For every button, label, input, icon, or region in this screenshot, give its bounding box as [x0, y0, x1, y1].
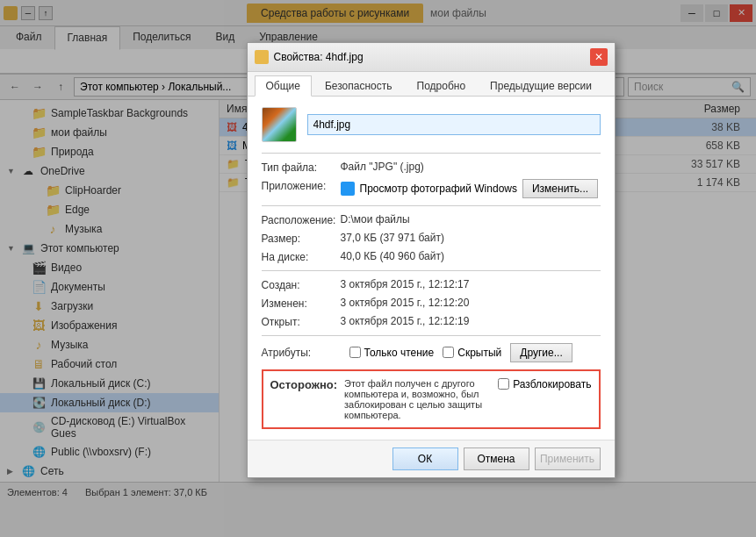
app-icon — [341, 182, 355, 196]
opened-value: 3 октября 2015 г., 12:12:19 — [341, 315, 601, 327]
dialog-footer: ОК Отмена Применить — [248, 440, 615, 477]
dialog-body: Тип файла: Файл "JPG" (.jpg) Приложение:… — [248, 97, 615, 440]
readonly-label: Только чтение — [364, 347, 435, 359]
dialog-tab-security[interactable]: Безопасность — [313, 75, 404, 96]
divider2 — [262, 205, 601, 206]
created-value: 3 октября 2015 г., 12:12:17 — [341, 278, 601, 290]
location-value: D:\мои файлы — [341, 213, 601, 226]
dialog-tabs: Общие Безопасность Подробно Предыдущие в… — [248, 72, 615, 97]
filetype-row: Тип файла: Файл "JPG" (.jpg) — [262, 161, 601, 174]
divider — [262, 153, 601, 154]
size-row: Размер: 37,0 КБ (37 971 байт) — [262, 232, 601, 245]
filetype-label: Тип файла: — [262, 161, 341, 174]
hidden-checkbox[interactable] — [443, 347, 454, 358]
created-row: Создан: 3 октября 2015 г., 12:12:17 — [262, 278, 601, 291]
dialog-overlay: Свойства: 4hdf.jpg ✕ Общие Безопасность … — [0, 0, 756, 537]
divider3 — [262, 270, 601, 271]
divider4 — [262, 335, 601, 336]
filetype-value: Файл "JPG" (.jpg) — [341, 161, 601, 173]
modified-value: 3 октября 2015 г., 12:12:20 — [341, 297, 601, 309]
hidden-checkbox-label[interactable]: Скрытый — [443, 347, 501, 359]
readonly-checkbox[interactable] — [349, 347, 361, 358]
dialog-close-btn[interactable]: ✕ — [590, 48, 608, 66]
app-row: Приложение: Просмотр фотографий Windows … — [262, 179, 601, 198]
modified-label: Изменен: — [262, 297, 341, 310]
opened-label: Открыт: — [262, 315, 341, 328]
warning-label: Осторожно: — [270, 378, 338, 391]
dialog-tab-general[interactable]: Общие — [255, 75, 312, 97]
dialog-title-left: Свойства: 4hdf.jpg — [255, 50, 364, 64]
file-thumbnail — [262, 107, 297, 142]
warning-text: Этот файл получен с другого компьютера и… — [344, 378, 491, 420]
location-label: Расположение: — [262, 213, 341, 226]
unblock-checkbox[interactable] — [498, 378, 509, 390]
app-value: Просмотр фотографий Windows — [360, 183, 517, 195]
other-attrs-btn[interactable]: Другие... — [510, 343, 572, 362]
size-label: Размер: — [262, 232, 341, 245]
filename-input[interactable] — [307, 114, 601, 135]
dialog-title-text: Свойства: 4hdf.jpg — [274, 51, 364, 63]
disksize-value: 40,0 КБ (40 960 байт) — [341, 250, 601, 262]
attr-row: Атрибуты: Только чтение Скрытый Другие..… — [262, 343, 601, 362]
cancel-btn[interactable]: Отмена — [464, 448, 529, 470]
disksize-row: На диске: 40,0 КБ (40 960 байт) — [262, 250, 601, 263]
dialog-titlebar: Свойства: 4hdf.jpg ✕ — [248, 43, 615, 72]
app-label: Приложение: — [262, 179, 341, 192]
change-app-btn[interactable]: Изменить... — [522, 179, 598, 198]
properties-dialog: Свойства: 4hdf.jpg ✕ Общие Безопасность … — [247, 42, 616, 478]
hidden-label: Скрытый — [457, 347, 501, 359]
disksize-label: На диске: — [262, 250, 341, 263]
warning-box: Осторожно: Этот файл получен с другого к… — [262, 369, 601, 429]
file-preview-row — [262, 107, 601, 142]
size-value: 37,0 КБ (37 971 байт) — [341, 232, 601, 244]
location-row: Расположение: D:\мои файлы — [262, 213, 601, 226]
created-label: Создан: — [262, 278, 341, 291]
dialog-title-icon — [255, 50, 269, 64]
unblock-checkbox-label[interactable]: Разблокировать — [498, 378, 591, 390]
dialog-tab-prev-versions[interactable]: Предыдущие версии — [479, 75, 603, 96]
readonly-checkbox-label[interactable]: Только чтение — [349, 347, 435, 359]
opened-row: Открыт: 3 октября 2015 г., 12:12:19 — [262, 315, 601, 328]
apply-btn[interactable]: Применить — [535, 448, 601, 470]
ok-btn[interactable]: ОК — [392, 448, 458, 470]
modified-row: Изменен: 3 октября 2015 г., 12:12:20 — [262, 297, 601, 310]
attr-label: Атрибуты: — [262, 346, 341, 359]
dialog-tab-details[interactable]: Подробно — [406, 75, 478, 96]
unblock-label-text: Разблокировать — [513, 378, 591, 390]
